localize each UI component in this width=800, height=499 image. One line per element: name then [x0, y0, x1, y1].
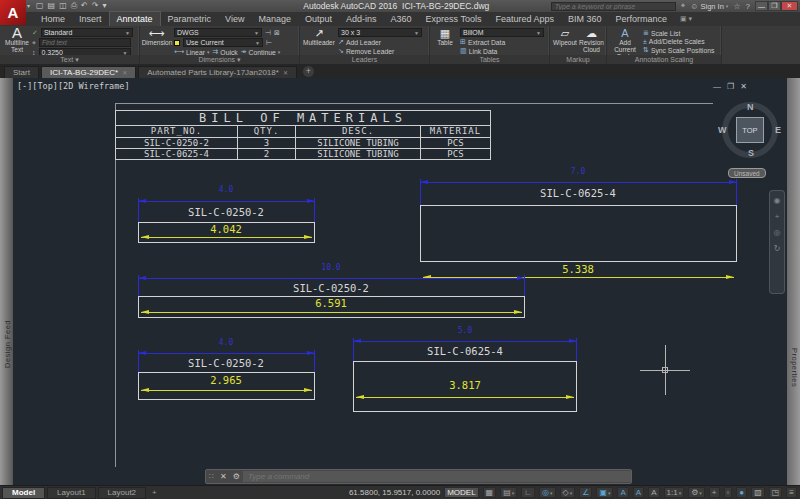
- navigation-wheel-icon[interactable]: ◉: [774, 197, 781, 205]
- model-tab[interactable]: Model: [2, 487, 45, 499]
- tab-manage[interactable]: Manage: [251, 12, 298, 26]
- workspace-switching[interactable]: ⚙▾: [688, 487, 705, 498]
- layout1-tab[interactable]: Layout1: [47, 487, 95, 499]
- dim-adjust-icon[interactable]: ⊠: [274, 29, 280, 37]
- doc-restore-icon[interactable]: ❐: [727, 82, 734, 91]
- isometric-drafting-toggle[interactable]: ◇▾: [560, 487, 576, 498]
- minimize-button[interactable]: —: [755, 1, 768, 11]
- help-icon[interactable]: ?: [746, 2, 750, 11]
- ribbon-minimize-icon[interactable]: ▣ ▾: [680, 15, 692, 26]
- tab-output[interactable]: Output: [298, 12, 339, 26]
- ortho-toggle[interactable]: ∟: [521, 487, 535, 498]
- remove-leader-button[interactable]: ↘Remove Leader: [338, 47, 394, 55]
- tab-bim360[interactable]: BIM 360: [561, 12, 609, 26]
- table-style-dropdown[interactable]: BillOM▼: [460, 28, 544, 37]
- open-icon[interactable]: ▤: [48, 1, 56, 11]
- multiline-text-button[interactable]: A Multiline Text: [4, 27, 30, 53]
- scale-list-button[interactable]: ≣Scale List: [643, 29, 680, 37]
- panel-label-tables[interactable]: Tables: [430, 55, 549, 64]
- link-data-button[interactable]: ▥Link Data: [460, 47, 497, 55]
- design-feed-palette-bar[interactable]: [0, 78, 13, 485]
- tab-performance[interactable]: Performance: [608, 12, 674, 26]
- close-button[interactable]: ✕: [781, 1, 798, 11]
- undo-icon[interactable]: ↶: [81, 1, 88, 11]
- object-snap-tracking-toggle[interactable]: ∠: [579, 487, 592, 498]
- panel-label-markup[interactable]: Markup: [550, 55, 606, 64]
- panel-label-annotation-scaling[interactable]: Annotation Scaling: [607, 55, 721, 64]
- grid-toggle[interactable]: ▦: [483, 487, 497, 498]
- new-icon[interactable]: ▢: [36, 1, 44, 11]
- close-tab-icon[interactable]: ✕: [122, 69, 127, 76]
- panel-label-leaders[interactable]: Leaders: [300, 55, 429, 64]
- properties-palette-bar[interactable]: [787, 78, 800, 485]
- dim-update-icon[interactable]: ⊢: [266, 39, 272, 47]
- command-input[interactable]: [243, 471, 631, 482]
- tab-view[interactable]: View: [218, 12, 251, 26]
- table-button[interactable]: ▦ Table: [433, 27, 457, 46]
- dim-style-dropdown[interactable]: DWGS▼: [174, 28, 262, 37]
- wipeout-button[interactable]: ▱ Wipeout: [552, 27, 578, 46]
- command-line[interactable]: ∷ ✕ ⚙: [205, 469, 632, 484]
- find-text-input[interactable]: [39, 38, 131, 47]
- new-tab-button[interactable]: +: [303, 66, 314, 77]
- annotation-scale-icon[interactable]: A: [648, 487, 659, 498]
- sync-scale-positions-button[interactable]: ⇅Sync Scale Positions: [643, 46, 714, 54]
- autoscale-toggle[interactable]: A: [633, 487, 644, 498]
- clean-screen[interactable]: ◳: [769, 487, 783, 498]
- command-grip-icon[interactable]: ∷: [206, 472, 217, 481]
- tab-home[interactable]: Home: [34, 12, 72, 26]
- annotation-visibility-toggle[interactable]: A: [617, 487, 628, 498]
- orbit-icon[interactable]: ↻: [774, 245, 781, 253]
- dimension-button[interactable]: ⟷ Dimension: [143, 27, 171, 46]
- file-tab-doc2[interactable]: Automated Parts Library-17Jan2018*✕: [138, 66, 297, 78]
- viewcube-top-face[interactable]: TOP: [736, 117, 764, 143]
- tab-featured-apps[interactable]: Featured Apps: [488, 12, 561, 26]
- object-snap-toggle[interactable]: ▣▾: [596, 487, 613, 498]
- navigation-bar[interactable]: ◉ + ◎ ↻: [769, 190, 785, 294]
- tab-insert[interactable]: Insert: [72, 12, 109, 26]
- viewcube-south[interactable]: S: [748, 148, 754, 158]
- zoom-icon[interactable]: ◎: [774, 229, 781, 237]
- qat-menu-icon[interactable]: ▾: [103, 1, 107, 11]
- annotation-scale-value[interactable]: 1:1▾: [664, 487, 685, 498]
- isolate-objects[interactable]: ▫: [724, 487, 733, 498]
- panel-label-dimensions[interactable]: Dimensions▾: [140, 55, 299, 64]
- restore-button[interactable]: ❐: [768, 1, 781, 11]
- doc-minimize-icon[interactable]: —: [713, 82, 721, 91]
- tab-addins[interactable]: Add-ins: [339, 12, 384, 26]
- drawing-canvas[interactable]: [-][Top][2D Wireframe] — ❐ ✕ BILL OF MAT…: [13, 78, 787, 485]
- polar-tracking-toggle[interactable]: ◎▾: [539, 487, 556, 498]
- viewport-controls[interactable]: [-][Top][2D Wireframe]: [17, 81, 130, 91]
- text-style-dropdown[interactable]: Standard▼: [41, 28, 133, 37]
- infocenter-search-input[interactable]: [551, 2, 676, 11]
- tab-annotate[interactable]: Annotate: [109, 11, 161, 26]
- customization-plus[interactable]: +: [709, 487, 720, 498]
- doc-close-icon[interactable]: ✕: [740, 82, 747, 91]
- a360-icon[interactable]: ☆: [733, 2, 740, 11]
- add-leader-button[interactable]: ↗Add Leader: [338, 38, 381, 46]
- viewcube-east[interactable]: E: [775, 125, 781, 135]
- dim-break-icon[interactable]: ⊣: [265, 29, 271, 37]
- mleader-style-dropdown[interactable]: 30 x 3▼: [338, 28, 422, 37]
- model-space-button[interactable]: MODEL: [444, 487, 478, 498]
- viewcube-north[interactable]: N: [747, 102, 754, 112]
- dim-layer-dropdown[interactable]: Use Current▼: [183, 38, 263, 47]
- multileader-button[interactable]: ↗ Multileader: [303, 27, 335, 46]
- application-menu-button[interactable]: A: [0, 0, 26, 25]
- snap-toggle[interactable]: ▤▾: [500, 487, 517, 498]
- redo-icon[interactable]: ↷: [92, 1, 99, 11]
- search-icon[interactable]: ⌖: [681, 1, 686, 11]
- tab-parametric[interactable]: Parametric: [161, 12, 219, 26]
- extract-data-button[interactable]: ⊞Extract Data: [460, 38, 505, 46]
- command-customize-icon[interactable]: ⚙: [230, 472, 243, 481]
- pan-icon[interactable]: +: [775, 213, 780, 221]
- customization-menu[interactable]: ≡: [786, 487, 797, 498]
- file-tab-doc1[interactable]: ICI-TA-BG-29DEC*✕: [41, 66, 136, 78]
- add-delete-scales-button[interactable]: ±Add/Delete Scales: [643, 38, 705, 45]
- hardware-acceleration-icon[interactable]: ▧: [751, 487, 765, 498]
- file-tab-start[interactable]: Start: [4, 66, 39, 78]
- tab-express-tools[interactable]: Express Tools: [419, 12, 489, 26]
- close-tab-icon[interactable]: ✕: [283, 69, 288, 76]
- revision-cloud-button[interactable]: ☁ Revision Cloud: [578, 27, 605, 53]
- command-close-icon[interactable]: ✕: [217, 472, 230, 481]
